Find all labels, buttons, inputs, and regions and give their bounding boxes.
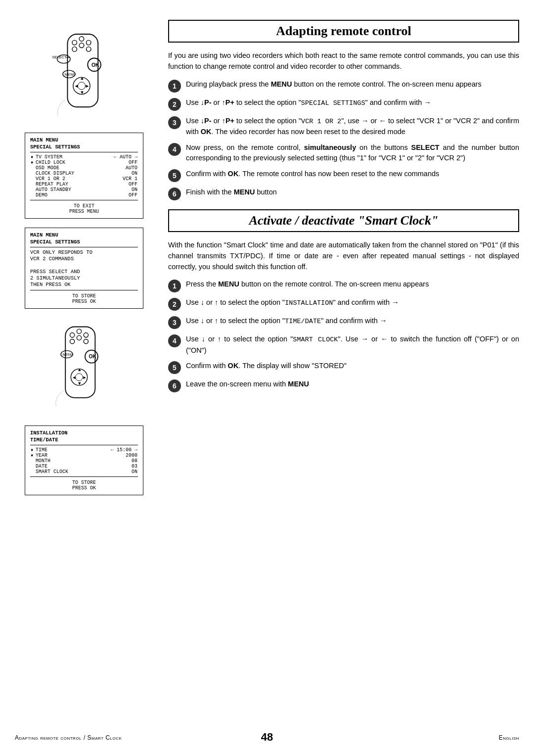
menu1-title1: MAIN MENU	[30, 137, 138, 143]
step-item: 6 Leave the on-screen menu with MENU	[168, 379, 519, 392]
step-number: 3	[168, 116, 181, 129]
menu-box-2: MAIN MENU SPECIAL SETTINGS VCR ONLY RESP…	[25, 228, 143, 309]
step-item: 4 Now press, on the remote control, simu…	[168, 142, 519, 164]
svg-text:OK: OK	[89, 354, 96, 359]
svg-point-32	[76, 374, 83, 381]
step-number: 5	[168, 361, 181, 374]
svg-point-15	[78, 82, 85, 90]
step-item: 2 Use ↓P- or ↑P+ to select the option "S…	[168, 97, 519, 111]
menu2-title1: MAIN MENU	[30, 232, 138, 238]
menu2-line: PRESS SELECT AND	[30, 269, 138, 275]
step-number: 1	[168, 80, 181, 93]
svg-text:►: ►	[85, 83, 89, 89]
menu3-footer: TO STORE PRESS OK	[30, 480, 138, 491]
svg-text:MENU: MENU	[63, 352, 74, 357]
menu2-line: VCR ONLY RESPONDS TO	[30, 249, 138, 256]
step-number: 5	[168, 169, 181, 182]
step-text: Now press, on the remote control, simult…	[186, 142, 519, 164]
svg-text:►: ►	[82, 375, 87, 380]
section1-steps: 1 During playback press the MENU button …	[168, 79, 519, 201]
menu3-title1: INSTALLATION	[30, 430, 138, 436]
svg-point-22	[77, 329, 81, 333]
svg-text:◄: ◄	[72, 375, 76, 380]
svg-point-21	[70, 333, 75, 337]
menu3-table: ♦TIME← 15:00 →♦YEAR2000MONTH08DATE03SMAR…	[30, 447, 138, 474]
step-item: 6 Finish with the MENU button	[168, 187, 519, 200]
svg-point-26	[84, 339, 88, 343]
svg-text:OK: OK	[91, 62, 99, 68]
menu2-line: 2 SIMULTANEOUSLY	[30, 275, 138, 282]
svg-rect-20	[65, 327, 95, 398]
step-number: 4	[168, 143, 181, 156]
svg-point-6	[87, 47, 91, 52]
step-number: 4	[168, 334, 181, 347]
svg-text:▲: ▲	[80, 75, 84, 81]
menu1-row: ♦CHILD LOCKOFF	[30, 160, 138, 165]
remote-illustration-1: SELECT OK MENU ▲ ▼ ◄ ►	[40, 25, 129, 124]
svg-point-4	[72, 47, 77, 52]
left-column: SELECT OK MENU ▲ ▼ ◄ ►	[15, 20, 153, 726]
step-item: 1 Press the MENU button on the remote co…	[168, 279, 519, 292]
page-number: 48	[261, 731, 273, 744]
svg-point-5	[79, 43, 84, 48]
step-text: Confirm with OK. The display will show "…	[186, 361, 519, 372]
step-number: 6	[168, 379, 181, 392]
menu3-row: ♦YEAR2000	[30, 453, 138, 458]
step-number: 1	[168, 280, 181, 292]
step-item: 3 Use ↓P- or ↑P+ to select the option "V…	[168, 116, 519, 138]
menu1-row: OSD MODEAUTO	[30, 165, 138, 171]
svg-point-25	[77, 335, 81, 340]
step-item: 5 Confirm with OK. The remote control ha…	[168, 169, 519, 182]
menu3-title2: TIME/DATE	[30, 437, 138, 443]
menu2-line: VCR 2 COMMANDS	[30, 256, 138, 262]
menu1-row: DEMOOFF	[30, 192, 138, 198]
menu1-row: ♦TV SYSTEM← AUTO →	[30, 154, 138, 160]
svg-text:▲: ▲	[77, 367, 82, 372]
svg-point-24	[70, 339, 75, 343]
step-text: Press the MENU button on the remote cont…	[186, 279, 519, 290]
section2-intro: With the function "Smart Clock" time and…	[168, 240, 519, 272]
menu2-footer: TO STORE PRESS OK	[30, 293, 138, 304]
section1-intro: If you are using two video recorders whi…	[168, 50, 519, 72]
section2-heading: Activate / deactivate "Smart Clock"	[168, 209, 519, 232]
step-item: 1 During playback press the MENU button …	[168, 79, 519, 93]
svg-point-1	[72, 40, 77, 45]
menu3-row: ♦TIME← 15:00 →	[30, 447, 138, 453]
section2-steps: 1 Press the MENU button on the remote co…	[168, 279, 519, 392]
step-text: During playback press the MENU button on…	[186, 79, 519, 90]
menu3-row: MONTH08	[30, 458, 138, 464]
svg-text:◄: ◄	[74, 83, 79, 89]
step-text: Use ↓P- or ↑P+ to select the option "VCR…	[186, 116, 519, 138]
step-item: 2 Use ↓ or ↑ to select the option "INSTA…	[168, 297, 519, 311]
remote-illustration-2: MENU OK ▲ ▼ ◄ ►	[40, 318, 129, 417]
svg-point-3	[87, 40, 91, 45]
step-text: Confirm with OK. The remote control has …	[186, 169, 519, 180]
step-text: Use ↓P- or ↑P+ to select the option "SPE…	[186, 97, 519, 108]
menu3-row: DATE03	[30, 464, 138, 469]
menu1-row: AUTO STANDBYON	[30, 187, 138, 192]
step-item: 5 Confirm with OK. The display will show…	[168, 361, 519, 374]
menu2-line: THEN PRESS OK	[30, 282, 138, 288]
menu1-row: VCR 1 OR 2VCR 1	[30, 176, 138, 182]
section1-heading: Adapting remote control	[168, 20, 519, 43]
svg-point-23	[84, 333, 88, 337]
menu1-row: REPEAT PLAYOFF	[30, 182, 138, 187]
footer-left: Adapting remote control / Smart Clock	[15, 734, 122, 741]
step-number: 2	[168, 98, 181, 111]
step-text: Finish with the MENU button	[186, 187, 519, 198]
step-number: 3	[168, 316, 181, 329]
svg-point-2	[79, 37, 84, 42]
menu1-title2: SPECIAL SETTINGS	[30, 144, 138, 150]
step-number: 6	[168, 188, 181, 200]
menu2-title2: SPECIAL SETTINGS	[30, 239, 138, 245]
right-column: Adapting remote control If you are using…	[153, 20, 519, 726]
menu3-row: SMART CLOCKON	[30, 469, 138, 474]
step-text: Use ↓ or ↑ to select the option "TIME/DA…	[186, 316, 519, 327]
step-text: Use ↓ or ↑ to select the option "SMART C…	[186, 334, 519, 356]
svg-text:▼: ▼	[80, 90, 84, 95]
step-text: Use ↓ or ↑ to select the option "INSTALL…	[186, 297, 519, 308]
menu1-row: CLOCK DISPLAYON	[30, 171, 138, 176]
menu-box-1: MAIN MENU SPECIAL SETTINGS ♦TV SYSTEM← A…	[25, 133, 143, 219]
step-text: Leave the on-screen menu with MENU	[186, 379, 519, 390]
menu1-table: ♦TV SYSTEM← AUTO →♦CHILD LOCKOFFOSD MODE…	[30, 154, 138, 198]
